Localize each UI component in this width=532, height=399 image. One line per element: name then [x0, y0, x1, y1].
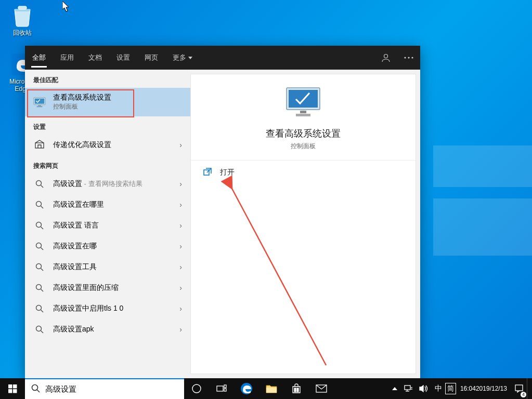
- taskbar-mail[interactable]: [309, 378, 334, 399]
- chevron-right-icon: ›: [179, 242, 182, 250]
- search-input[interactable]: [40, 385, 178, 394]
- svg-line-18: [41, 248, 44, 250]
- result-web-item[interactable]: 高级设置 语言 ›: [25, 215, 190, 236]
- task-view-button[interactable]: [209, 378, 234, 399]
- svg-rect-36: [13, 389, 17, 393]
- svg-rect-28: [289, 90, 318, 108]
- chevron-right-icon: ›: [179, 325, 182, 334]
- recycle-bin[interactable]: 回收站: [3, 3, 42, 37]
- svg-point-21: [36, 285, 42, 290]
- svg-point-37: [32, 384, 38, 390]
- taskbar-explorer[interactable]: [259, 378, 284, 399]
- svg-point-15: [36, 222, 42, 228]
- tray-overflow[interactable]: [389, 378, 400, 399]
- result-web-item[interactable]: 高级设置中启用tls 1 0 ›: [25, 298, 190, 319]
- search-icon: [33, 198, 46, 211]
- account-icon[interactable]: [374, 46, 397, 70]
- chevron-right-icon: ›: [179, 221, 182, 230]
- svg-line-16: [41, 227, 44, 230]
- tray-date: 2019/12/13: [476, 385, 507, 392]
- result-label: 传递优化高级设置: [53, 140, 179, 150]
- tab-web[interactable]: 网页: [137, 46, 165, 70]
- tray-volume-icon[interactable]: [416, 378, 432, 399]
- tray-ime2[interactable]: 简: [445, 383, 456, 394]
- chevron-right-icon: ›: [179, 201, 182, 209]
- svg-point-4: [408, 57, 409, 58]
- open-label: 打开: [220, 168, 235, 177]
- tab-more[interactable]: 更多: [165, 46, 200, 70]
- chevron-right-icon: ›: [179, 263, 182, 271]
- svg-rect-45: [294, 388, 296, 390]
- svg-point-25: [36, 326, 42, 331]
- svg-rect-44: [266, 388, 277, 393]
- result-web-item[interactable]: 高级设置apk ›: [25, 319, 190, 340]
- result-subtitle: 控制面板: [53, 102, 111, 111]
- svg-point-13: [36, 202, 42, 207]
- svg-point-39: [192, 384, 201, 393]
- search-panel: 全部 应用 文档 设置 网页 更多 最佳匹配 查看高级系统设置 控制面板: [25, 46, 420, 378]
- svg-rect-10: [35, 143, 44, 148]
- tab-apps[interactable]: 应用: [53, 46, 81, 70]
- svg-line-12: [41, 185, 44, 188]
- detail-title: 查看高级系统设置: [191, 127, 416, 140]
- delivery-icon: [33, 139, 46, 151]
- cortana-button[interactable]: [184, 378, 209, 399]
- svg-rect-55: [515, 385, 523, 391]
- search-icon: [33, 178, 46, 190]
- tab-more-label: 更多: [173, 54, 186, 61]
- search-header: 全部 应用 文档 设置 网页 更多: [25, 46, 420, 70]
- result-web-item[interactable]: 高级设置里面的压缩 ›: [25, 277, 190, 298]
- result-settings-item[interactable]: 传递优化高级设置 ›: [25, 135, 190, 155]
- result-best-match[interactable]: 查看高级系统设置 控制面板: [25, 88, 190, 116]
- result-label: 高级设置中启用tls 1 0: [53, 304, 179, 313]
- result-hint: - 查看网络搜索结果: [82, 180, 142, 188]
- search-icon: [33, 240, 46, 252]
- svg-rect-46: [297, 388, 299, 390]
- svg-point-5: [411, 57, 413, 58]
- results-list: 最佳匹配 查看高级系统设置 控制面板 设置 传递优化高级设置 › 搜索网页: [25, 70, 190, 378]
- tray-time: 16:04: [460, 385, 476, 392]
- taskbar-edge[interactable]: [234, 378, 259, 399]
- svg-point-11: [36, 181, 42, 186]
- svg-rect-40: [217, 386, 223, 391]
- open-action[interactable]: 打开: [191, 161, 416, 184]
- monitor-icon: [33, 96, 46, 109]
- tray-network-icon[interactable]: [400, 378, 416, 399]
- result-label: 高级设置工具: [53, 262, 179, 272]
- svg-line-20: [41, 269, 44, 271]
- search-icon: [33, 261, 46, 273]
- search-icon: [33, 219, 46, 232]
- svg-rect-34: [13, 384, 17, 389]
- more-options-icon[interactable]: [397, 46, 420, 70]
- svg-line-32: [231, 188, 326, 365]
- section-web: 搜索网页: [25, 155, 190, 174]
- taskbar-store[interactable]: [284, 378, 309, 399]
- search-icon: [31, 384, 40, 395]
- background-light: [433, 198, 532, 256]
- tab-docs[interactable]: 文档: [81, 46, 109, 70]
- result-title: 查看高级系统设置: [53, 93, 111, 102]
- chevron-right-icon: ›: [179, 141, 182, 149]
- cursor-icon: [62, 1, 72, 12]
- result-web-item[interactable]: 高级设置在哪 ›: [25, 236, 190, 257]
- result-web-item[interactable]: 高级设置 - 查看网络搜索结果 ›: [25, 174, 190, 194]
- tab-settings[interactable]: 设置: [109, 46, 137, 70]
- svg-rect-29: [300, 111, 306, 113]
- tray-clock[interactable]: 16:04 2019/12/13: [456, 378, 511, 399]
- svg-line-14: [41, 206, 44, 209]
- detail-subtitle: 控制面板: [191, 142, 416, 151]
- start-button[interactable]: [0, 378, 25, 399]
- svg-rect-30: [296, 114, 310, 116]
- svg-rect-33: [8, 384, 12, 389]
- result-web-item[interactable]: 高级设置工具 ›: [25, 257, 190, 277]
- tab-all[interactable]: 全部: [25, 46, 53, 70]
- show-desktop-button[interactable]: [527, 378, 530, 399]
- taskbar-search[interactable]: [25, 378, 184, 399]
- result-label: 高级设置 语言: [53, 221, 179, 230]
- result-label: 高级设置apk: [53, 325, 179, 334]
- tray-ime[interactable]: 中: [432, 378, 445, 399]
- svg-point-23: [36, 305, 42, 311]
- tray-notifications[interactable]: 4: [511, 378, 527, 399]
- result-web-item[interactable]: 高级设置在哪里 ›: [25, 194, 190, 215]
- svg-point-3: [404, 57, 406, 58]
